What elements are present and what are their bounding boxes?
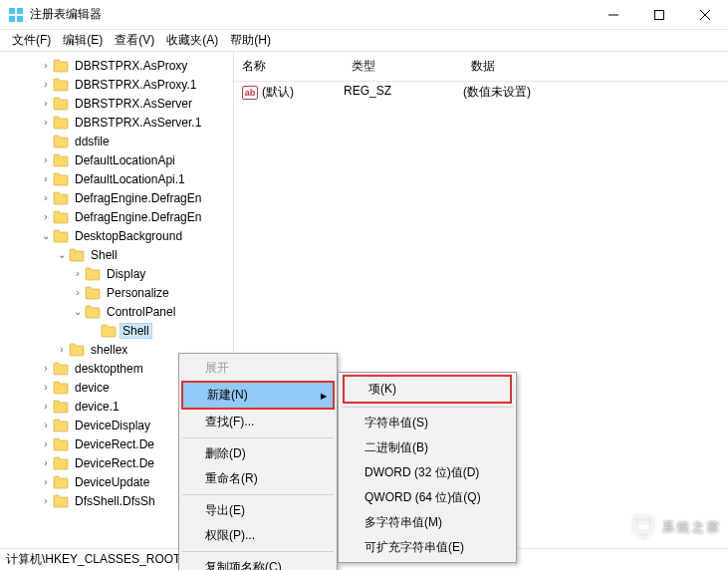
chevron-right-icon[interactable]: ›	[72, 268, 84, 279]
tree-item[interactable]: ›DBRSTPRX.AsProxy.1	[0, 75, 233, 94]
chevron-right-icon[interactable]: ›	[40, 60, 52, 71]
folder-icon	[53, 78, 69, 92]
tree-item-label: DefaultLocationApi	[72, 152, 178, 168]
chevron-right-icon[interactable]: ›	[40, 420, 52, 430]
tree-item[interactable]: ›DBRSTPRX.AsProxy	[0, 56, 233, 75]
chevron-right-icon[interactable]: ›	[40, 495, 52, 506]
chevron-right-icon[interactable]: ›	[40, 192, 52, 203]
tree-item-label: DeviceUpdate	[72, 474, 152, 490]
chevron-right-icon[interactable]: ›	[40, 79, 52, 90]
menu-edit[interactable]: 编辑(E)	[57, 32, 109, 49]
chevron-right-icon[interactable]: ›	[40, 363, 52, 374]
chevron-right-icon[interactable]: ›	[40, 154, 52, 165]
chevron-right-icon[interactable]: ›	[40, 457, 52, 468]
close-button[interactable]	[682, 0, 728, 29]
tree-item[interactable]: ddsfile	[0, 132, 233, 150]
chevron-right-icon[interactable]: ›	[40, 382, 52, 393]
ctx-new-multistring[interactable]: 多字符串值(M)	[341, 510, 514, 535]
tree-item[interactable]: ›Personalize	[0, 283, 233, 302]
menu-view[interactable]: 查看(V)	[109, 32, 160, 49]
tree-item[interactable]: ›DefragEngine.DefragEn	[0, 188, 233, 207]
folder-icon	[53, 172, 69, 186]
tree-item[interactable]: ›DBRSTPRX.AsServer.1	[0, 113, 233, 132]
tree-item-label: DfsShell.DfsSh	[72, 493, 158, 509]
folder-icon	[53, 362, 69, 376]
ctx-rename[interactable]: 重命名(R)	[181, 466, 335, 491]
ctx-delete[interactable]: 删除(D)	[181, 441, 335, 466]
chevron-down-icon[interactable]: ⌄	[56, 249, 68, 260]
tree-item[interactable]: ⌄ControlPanel	[0, 302, 233, 321]
menu-file[interactable]: 文件(F)	[6, 32, 57, 49]
tree-item[interactable]: ›DefragEngine.DefragEn	[0, 207, 233, 226]
tree-item-label: DefaultLocationApi.1	[72, 171, 188, 187]
folder-icon	[53, 419, 69, 432]
ctx-new-expandstring[interactable]: 可扩充字符串值(E)	[341, 535, 514, 560]
ctx-export[interactable]: 导出(E)	[181, 498, 335, 523]
menu-separator	[182, 551, 334, 552]
tree-item[interactable]: Shell	[0, 321, 233, 340]
tree-item-label: DBRSTPRX.AsProxy	[72, 58, 190, 74]
folder-icon	[53, 381, 69, 395]
folder-icon	[53, 135, 69, 148]
folder-icon	[53, 116, 69, 130]
chevron-down-icon[interactable]: ⌄	[40, 230, 52, 241]
window-title: 注册表编辑器	[30, 6, 591, 23]
folder-icon	[53, 59, 69, 73]
tree-item-label: device.1	[72, 399, 122, 415]
ctx-find[interactable]: 查找(F)...	[181, 410, 335, 434]
col-header-data[interactable]: 数据	[463, 56, 728, 77]
folder-icon	[53, 97, 69, 111]
ctx-copy-key-name[interactable]: 复制项名称(C)	[181, 555, 335, 570]
folder-icon	[53, 475, 69, 489]
tree-item[interactable]: ›DBRSTPRX.AsServer	[0, 94, 233, 113]
menu-separator	[342, 407, 513, 408]
tree-item-label: DeviceRect.De	[72, 455, 157, 471]
svg-rect-1	[17, 8, 23, 14]
ctx-expand: 展开	[181, 356, 335, 381]
menu-help[interactable]: 帮助(H)	[224, 32, 277, 49]
tree-item[interactable]: ›DefaultLocationApi.1	[0, 169, 233, 188]
folder-icon	[53, 456, 69, 470]
list-row[interactable]: ab (默认) REG_SZ (数值未设置)	[234, 82, 728, 103]
col-header-type[interactable]: 类型	[344, 56, 463, 77]
tree-item[interactable]: ›DefaultLocationApi	[0, 150, 233, 169]
tree-item[interactable]: ›Display	[0, 264, 233, 283]
menu-favorites[interactable]: 收藏夹(A)	[160, 32, 224, 49]
value-data: (数值未设置)	[463, 84, 728, 101]
ctx-permissions[interactable]: 权限(P)...	[181, 523, 335, 548]
tree-item[interactable]: ⌄Shell	[0, 245, 233, 264]
maximize-button[interactable]	[636, 0, 682, 29]
col-header-name[interactable]: 名称	[234, 56, 344, 77]
ctx-new-binary[interactable]: 二进制值(B)	[341, 435, 514, 460]
chevron-right-icon[interactable]: ›	[40, 98, 52, 109]
chevron-right-icon[interactable]: ›	[72, 287, 84, 298]
chevron-right-icon[interactable]: ›	[40, 438, 52, 449]
tree-item-label: device	[72, 380, 113, 396]
ctx-new-key[interactable]: 项(K)	[343, 375, 512, 404]
value-name: (默认)	[262, 84, 294, 101]
tree-item[interactable]: ⌄DesktopBackground	[0, 226, 233, 245]
tree-item-label: DefragEngine.DefragEn	[72, 209, 204, 225]
ctx-new[interactable]: 新建(N) ▶	[181, 381, 335, 410]
chevron-down-icon[interactable]: ⌄	[72, 306, 84, 317]
folder-icon	[53, 153, 69, 167]
chevron-right-icon[interactable]: ›	[40, 211, 52, 222]
chevron-right-icon[interactable]: ›	[56, 344, 68, 355]
ctx-new-qword[interactable]: QWORD (64 位)值(Q)	[341, 485, 514, 510]
chevron-right-icon[interactable]: ›	[40, 173, 52, 184]
tree-item-label: DeviceDisplay	[72, 418, 153, 433]
chevron-right-icon: ▶	[321, 391, 327, 400]
chevron-right-icon[interactable]: ›	[40, 401, 52, 412]
ctx-new-string[interactable]: 字符串值(S)	[341, 411, 514, 435]
folder-icon	[85, 286, 101, 300]
chevron-right-icon[interactable]: ›	[40, 476, 52, 487]
folder-icon	[69, 248, 85, 262]
ctx-new-dword[interactable]: DWORD (32 位)值(D)	[341, 460, 514, 485]
string-value-icon: ab	[242, 86, 258, 100]
svg-rect-3	[17, 16, 23, 22]
tree-item-label: DeviceRect.De	[72, 436, 157, 452]
chevron-right-icon[interactable]: ›	[40, 117, 52, 128]
tree-item-label: DesktopBackground	[72, 228, 185, 244]
folder-icon	[53, 400, 69, 414]
minimize-button[interactable]	[591, 0, 636, 29]
